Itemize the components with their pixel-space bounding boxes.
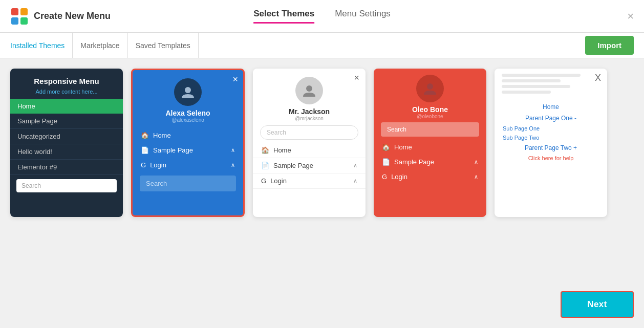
theme-card-mr-jackson[interactable]: × Mr. Jackson @mrjackson Search 🏠 Home 📄… [253,69,366,217]
svg-rect-2 [11,17,18,25]
user-name-jackson: Mr. Jackson [253,107,366,116]
import-button[interactable]: Import [585,36,634,55]
menu-item-sample-dark: Sample Page [10,114,123,129]
theme-card-oleo-bone[interactable]: Oleo Bone @oleobone Search 🏠 Home 📄 Samp… [374,69,486,217]
menu-item-uncategorized-dark: Uncategorized [10,129,123,144]
user-handle-alexa: @alexaseleno [133,117,243,123]
person-icon-alexa [180,84,196,100]
sub-tab-marketplace[interactable]: Marketplace [73,33,127,58]
next-button-container: Next [561,291,634,318]
menu-item-sample-blue: 📄 Sample Page ∧ [133,143,243,158]
svg-rect-0 [11,8,18,15]
arrow-icon-white-1: ∧ [353,162,357,169]
page-icon-blue: 📄 [141,146,149,154]
theme-card-plain[interactable]: X Home Parent Page One - Sub Page One Su… [495,69,607,217]
themes-container: Responsive Menu Add more content here...… [10,69,634,222]
search-box-dark: Search [16,179,117,192]
plain-link-help: Click here for help [495,154,607,163]
person-icon-oleo [422,80,438,97]
app-title: Create New Menu [34,11,111,21]
plain-link-sub1: Sub Page One [495,124,607,133]
user-name-alexa: Alexa Seleno [133,109,243,117]
placeholder-line-3 [502,85,570,88]
plain-link-sub2: Sub Page Two [495,133,607,142]
app-logo-icon [10,7,29,26]
menu-item-sample-white: 📄 Sample Page ∧ [253,158,366,173]
theme-card-alexa-seleno[interactable]: × Alexa Seleno @alexaseleno 🏠 Home 📄 Sam… [131,69,245,217]
close-icon[interactable]: × [627,10,634,23]
main-tabs: Select Themes Menu Settings [253,9,391,24]
close-icon-white[interactable]: × [354,73,359,83]
person-icon-jackson [301,82,317,99]
close-icon-blue[interactable]: × [232,74,238,85]
menu-item-home-red: 🏠 Home [374,140,486,155]
search-box-blue: Search [140,176,236,191]
svg-point-5 [306,85,312,92]
plain-link-parent1: Parent Page One - [495,113,607,124]
sub-tab-saved-templates[interactable]: Saved Templates [128,33,199,58]
avatar-alexa [174,78,202,106]
plain-link-parent2: Parent Page Two + [495,142,607,154]
page-icon-white: 📄 [261,162,269,169]
tab-menu-settings[interactable]: Menu Settings [335,9,391,24]
menu-item-login-blue: G Login ∧ [133,158,243,172]
header: Create New Menu Select Themes Menu Setti… [0,0,644,33]
menu-item-home-dark: Home [10,99,123,114]
plain-lines-area [495,69,607,101]
menu-item-home-blue: 🏠 Home [133,128,243,143]
menu-item-home-white: 🏠 Home [253,143,366,158]
tab-select-themes[interactable]: Select Themes [253,9,314,24]
plain-link-home: Home [495,101,607,113]
logo-area: Create New Menu [10,7,111,26]
menu-item-login-white: G Login ∧ [253,173,366,189]
arrow-icon-red-2: ∧ [474,173,478,180]
g-icon-blue: G [141,161,146,169]
sub-tab-installed-themes[interactable]: Installed Themes [10,33,73,58]
svg-point-4 [185,87,191,93]
user-name-oleo: Oleo Bone [374,105,486,114]
placeholder-line-2 [502,79,561,82]
arrow-icon-white-2: ∧ [353,178,357,184]
search-box-red: Search [381,122,479,137]
arrow-icon-red-1: ∧ [474,159,478,165]
sub-header: Installed Themes Marketplace Saved Templ… [0,33,644,58]
g-icon-red: G [382,173,387,181]
home-icon-red: 🏠 [382,143,390,151]
user-handle-oleo: @oleobone [374,114,486,119]
next-button[interactable]: Next [561,291,634,318]
arrow-icon-blue-2: ∧ [231,162,235,168]
g-icon-white: G [261,177,266,185]
svg-point-6 [427,83,433,90]
menu-item-hello-dark: Hello world! [10,144,123,160]
avatar-oleo [416,75,444,102]
close-icon-plain[interactable]: X [595,73,601,83]
theme-subtitle-responsive: Add more content here... [10,89,123,95]
svg-rect-1 [20,8,28,15]
menu-item-login-red: G Login ∧ [374,169,486,184]
page-icon-red: 📄 [382,158,390,166]
home-icon-blue: 🏠 [141,132,149,139]
placeholder-line-4 [502,91,551,94]
home-icon-white: 🏠 [261,146,269,154]
menu-item-sample-red: 📄 Sample Page ∧ [374,155,486,169]
menu-item-elementor-dark: Elementor #9 [10,160,123,175]
placeholder-line-1 [502,74,581,77]
user-handle-jackson: @mrjackson [253,116,366,121]
arrow-icon-blue-1: ∧ [231,147,235,154]
theme-card-responsive-menu[interactable]: Responsive Menu Add more content here...… [10,69,123,217]
search-box-white: Search [260,125,358,140]
svg-rect-3 [20,17,28,25]
main-content: Responsive Menu Add more content here...… [0,58,644,328]
theme-title-responsive: Responsive Menu [10,69,123,89]
avatar-jackson [295,77,323,104]
